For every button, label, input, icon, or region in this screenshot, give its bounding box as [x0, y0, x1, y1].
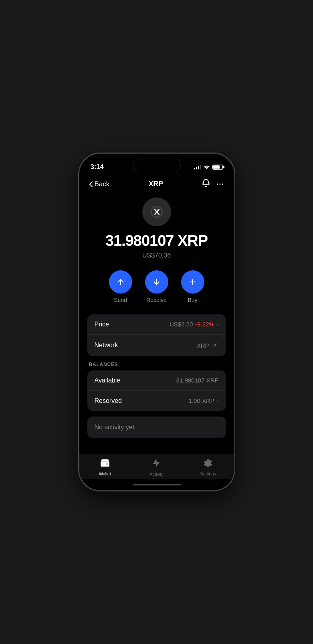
reserved-value: 1.00 XRP › [189, 397, 219, 404]
available-value: 31.980107 XRP [176, 377, 219, 384]
dynamic-island [133, 159, 181, 172]
send-button-wrap[interactable]: Send [109, 270, 132, 303]
xrp-network-icon [212, 341, 219, 350]
nav-bar: Back XRP ··· [79, 175, 234, 193]
price-label: Price [95, 321, 109, 328]
balance-amount: 31.980107 XRP [87, 233, 226, 250]
settings-tab-label: Settings [200, 471, 216, 476]
no-activity-text: No activity yet. [95, 424, 136, 431]
status-time: 3:14 [91, 163, 104, 171]
buy-button[interactable] [181, 270, 204, 294]
network-value: XRP [197, 341, 219, 350]
price-value: US$2.20 -9.22% › [170, 321, 219, 328]
activity-icon [152, 458, 160, 470]
price-change: -9.22% [195, 321, 214, 328]
balances-card: Available 31.980107 XRP Reserved 1.00 XR… [87, 370, 226, 411]
wallet-icon [100, 459, 110, 470]
status-icons [194, 164, 223, 170]
home-indicator [79, 479, 234, 490]
price-network-card: Price US$2.20 -9.22% › Network XRP [87, 314, 226, 356]
balance-usd: US$70.36 [87, 252, 226, 259]
price-row[interactable]: Price US$2.20 -9.22% › [87, 314, 226, 335]
wifi-icon [204, 164, 210, 170]
more-options-icon[interactable]: ··· [216, 181, 224, 188]
reserved-label: Reserved [95, 397, 122, 405]
receive-button[interactable] [145, 270, 168, 294]
available-row: Available 31.980107 XRP [87, 370, 226, 391]
phone-frame: 3:14 [79, 153, 235, 491]
token-icon [142, 197, 171, 226]
nav-actions: ··· [202, 179, 224, 189]
network-name: XRP [197, 342, 209, 349]
tab-wallet[interactable]: Wallet [89, 459, 121, 476]
buy-label: Buy [188, 297, 197, 303]
settings-icon [204, 459, 212, 470]
price-chevron-icon: › [217, 321, 219, 328]
price-usd: US$2.20 [170, 321, 193, 328]
signal-icon [194, 165, 201, 169]
balances-section-label: BALANCES [89, 362, 226, 367]
reserved-chevron-icon: › [217, 398, 219, 404]
screen: 3:14 [79, 154, 234, 490]
no-activity-card: No activity yet. [87, 417, 226, 438]
svg-point-1 [106, 463, 107, 465]
receive-label: Receive [146, 297, 167, 303]
battery-icon [212, 165, 223, 170]
page-title: XRP [149, 180, 163, 188]
network-row: Network XRP [87, 335, 226, 356]
reserved-amount: 1.00 XRP [189, 397, 214, 404]
available-label: Available [95, 377, 121, 384]
send-label: Send [114, 297, 127, 303]
network-label: Network [95, 342, 118, 349]
tab-activity[interactable]: Activity [140, 458, 172, 477]
tab-settings[interactable]: Settings [192, 459, 224, 476]
main-content: 31.980107 XRP US$70.36 Send [79, 193, 234, 454]
svg-rect-0 [101, 461, 109, 467]
back-label: Back [95, 180, 110, 188]
notification-bell-icon[interactable] [202, 179, 210, 189]
receive-button-wrap[interactable]: Receive [145, 270, 168, 303]
action-buttons: Send Receive Buy [87, 270, 226, 303]
back-button[interactable]: Back [89, 180, 110, 188]
home-bar [133, 484, 181, 485]
tab-bar: Wallet Activity Settings [79, 454, 234, 479]
available-amount: 31.980107 XRP [176, 377, 219, 384]
buy-button-wrap[interactable]: Buy [181, 270, 204, 303]
token-icon-wrap [87, 197, 226, 226]
activity-tab-label: Activity [149, 472, 164, 477]
reserved-row[interactable]: Reserved 1.00 XRP › [87, 391, 226, 411]
send-button[interactable] [109, 270, 132, 294]
wallet-tab-label: Wallet [99, 471, 111, 476]
